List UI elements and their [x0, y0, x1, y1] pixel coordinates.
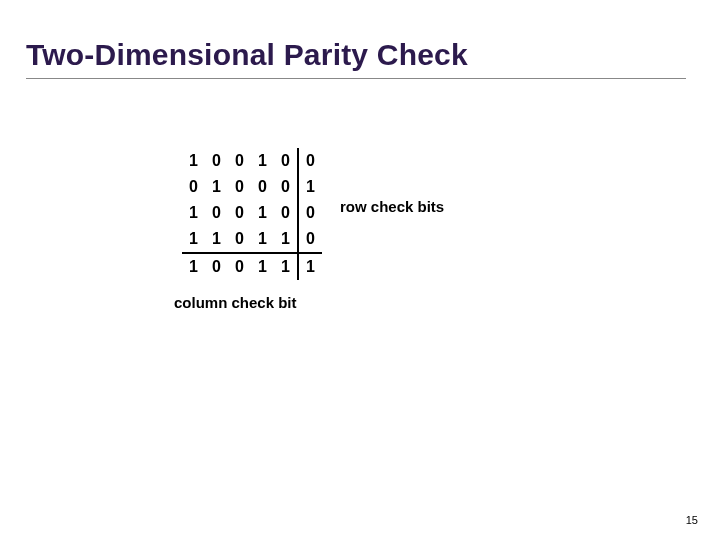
data-cell: 1: [205, 226, 228, 253]
col-parity-cell: 1: [274, 253, 298, 280]
data-cell: 1: [205, 174, 228, 200]
row-parity-cell: 0: [298, 200, 322, 226]
column-check-label: column check bit: [174, 294, 297, 311]
row-parity-cell: 1: [298, 174, 322, 200]
row-parity-cell: 0: [298, 148, 322, 174]
data-cell: 1: [274, 226, 298, 253]
table-row: 1 0 0 1 0 0: [182, 148, 322, 174]
col-parity-cell: 0: [228, 253, 251, 280]
parity-grid: 1 0 0 1 0 0 0 1 0 0 0 1 1 0 0 1 0 0 1 1 …: [182, 148, 322, 280]
data-cell: 0: [228, 148, 251, 174]
data-cell: 0: [274, 148, 298, 174]
col-parity-cell: 1: [182, 253, 205, 280]
data-cell: 1: [251, 226, 274, 253]
data-cell: 0: [205, 148, 228, 174]
row-check-label: row check bits: [340, 198, 444, 215]
data-cell: 1: [251, 200, 274, 226]
data-cell: 1: [182, 226, 205, 253]
data-cell: 0: [274, 174, 298, 200]
data-cell: 0: [205, 200, 228, 226]
col-parity-cell: 1: [251, 253, 274, 280]
page-title: Two-Dimensional Parity Check: [26, 38, 686, 72]
data-cell: 1: [251, 148, 274, 174]
data-cell: 0: [274, 200, 298, 226]
table-row: 1 0 0 1 0 0: [182, 200, 322, 226]
data-cell: 0: [228, 200, 251, 226]
data-cell: 0: [251, 174, 274, 200]
data-cell: 0: [228, 174, 251, 200]
title-block: Two-Dimensional Parity Check: [26, 38, 686, 79]
table-row: 1 1 0 1 1 0: [182, 226, 322, 253]
column-parity-row: 1 0 0 1 1 1: [182, 253, 322, 280]
corner-parity-cell: 1: [298, 253, 322, 280]
parity-table: 1 0 0 1 0 0 0 1 0 0 0 1 1 0 0 1 0 0 1 1 …: [182, 148, 322, 280]
slide-number: 15: [686, 514, 698, 526]
table-row: 0 1 0 0 0 1: [182, 174, 322, 200]
data-cell: 1: [182, 148, 205, 174]
title-underline: [26, 78, 686, 79]
data-cell: 0: [182, 174, 205, 200]
col-parity-cell: 0: [205, 253, 228, 280]
row-parity-cell: 0: [298, 226, 322, 253]
data-cell: 0: [228, 226, 251, 253]
data-cell: 1: [182, 200, 205, 226]
